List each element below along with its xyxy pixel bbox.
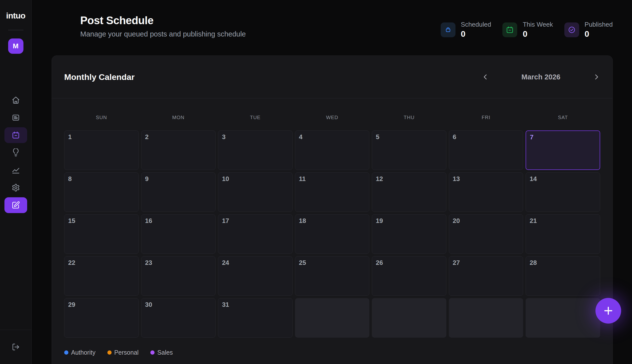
sidebar-item-ideas[interactable]	[5, 145, 27, 160]
calendar-day-cell[interactable]: 13	[449, 172, 523, 212]
sidebar-item-settings[interactable]	[5, 180, 27, 196]
day-number: 6	[453, 133, 456, 140]
stat-value: 0	[585, 29, 613, 39]
calendar-day-cell[interactable]: 11	[295, 172, 370, 212]
calendar-card-header: Monthly Calendar March 2026	[52, 56, 612, 98]
calendar-icon	[502, 22, 517, 37]
calendar-day-cell[interactable]: 19	[372, 214, 446, 254]
calendar-grid: 1234567891011121314151617181920212223242…	[64, 130, 600, 338]
calendar-day-cell[interactable]: 6	[449, 130, 523, 170]
day-number: 29	[68, 301, 75, 308]
weekday-header: SAT	[526, 114, 600, 121]
sidebar-nav	[0, 92, 31, 213]
calendar-day-cell[interactable]: 23	[141, 256, 216, 296]
calendar-day-cell[interactable]: 22	[64, 256, 139, 296]
compose-button[interactable]	[5, 197, 27, 213]
calendar-day-cell[interactable]: 29	[64, 298, 139, 338]
legend-label: Authority	[71, 349, 96, 356]
calendar-day-cell[interactable]: 4	[295, 130, 370, 170]
day-number: 19	[376, 217, 383, 224]
weekday-header: WED	[295, 114, 370, 121]
day-number: 5	[376, 133, 379, 140]
legend-item-sales: Sales	[150, 349, 173, 356]
calendar-day-cell[interactable]: 17	[218, 214, 292, 254]
calendar-day-cell[interactable]: 18	[295, 214, 370, 254]
add-post-fab[interactable]	[595, 298, 621, 324]
sidebar-item-home[interactable]	[5, 92, 27, 108]
calendar-filler-cell	[295, 298, 370, 338]
calendar-day-cell[interactable]: 20	[449, 214, 523, 254]
gear-icon	[12, 184, 20, 192]
weekday-header: FRI	[449, 114, 523, 121]
calendar-day-cell[interactable]: 27	[449, 256, 523, 296]
calendar-legend: Authority Personal Sales	[64, 349, 600, 356]
calendar-day-cell[interactable]: 15	[64, 214, 139, 254]
calendar-day-cell[interactable]: 5	[372, 130, 446, 170]
stats-row: Scheduled 0 This Week 0 Published	[441, 21, 613, 39]
legend-dot	[150, 350, 155, 355]
stat-scheduled: Scheduled 0	[441, 21, 491, 39]
day-number: 2	[145, 133, 149, 140]
legend-item-authority: Authority	[64, 349, 96, 356]
page-title: Post Schedule	[80, 14, 246, 27]
calendar-day-cell[interactable]: 10	[218, 172, 292, 212]
calendar-day-cell[interactable]: 25	[295, 256, 370, 296]
calendar-day-cell[interactable]: 30	[141, 298, 216, 338]
day-number: 12	[376, 175, 383, 182]
calendar-filler-cell	[372, 298, 446, 338]
archive-icon	[441, 22, 455, 37]
sidebar-item-calendar[interactable]	[5, 127, 27, 143]
avatar[interactable]: M	[8, 38, 24, 54]
day-number: 26	[376, 259, 383, 266]
calendar-day-cell[interactable]: 3	[218, 130, 292, 170]
calendar-day-cell[interactable]: 21	[526, 214, 600, 254]
logout-icon	[12, 343, 20, 351]
calendar-day-cell[interactable]: 31	[218, 298, 292, 338]
main-content: Post Schedule Manage your queued posts a…	[32, 0, 632, 364]
calendar-filler-cell	[449, 298, 523, 338]
calendar-day-cell[interactable]: 9	[141, 172, 216, 212]
stat-value: 0	[523, 29, 553, 39]
page-subtitle: Manage your queued posts and publishing …	[80, 30, 246, 38]
weekday-header: SUN	[64, 114, 139, 121]
calendar-day-cell[interactable]: 14	[526, 172, 600, 212]
calendar-title: Monthly Calendar	[64, 72, 135, 82]
check-circle-icon	[564, 22, 579, 37]
month-prev-button[interactable]	[482, 73, 489, 81]
weekday-header: MON	[141, 114, 216, 121]
analytics-icon	[12, 166, 20, 174]
calendar-day-cell[interactable]: 2	[141, 130, 216, 170]
day-number: 13	[453, 175, 460, 182]
calendar-day-cell[interactable]: 7	[526, 130, 600, 170]
legend-item-personal: Personal	[107, 349, 139, 356]
calendar-day-cell[interactable]: 16	[141, 214, 216, 254]
sidebar-item-posts[interactable]	[5, 110, 27, 126]
sidebar-divider	[8, 30, 24, 30]
day-number: 17	[222, 217, 229, 224]
calendar-day-cell[interactable]: 12	[372, 172, 446, 212]
chevron-left-icon	[482, 73, 489, 81]
sidebar-footer	[0, 330, 31, 364]
day-number: 20	[453, 217, 460, 224]
day-number: 30	[145, 301, 152, 308]
weekday-header: TUE	[218, 114, 292, 121]
weekday-header: THU	[372, 114, 446, 121]
sidebar-item-analytics[interactable]	[5, 162, 27, 178]
day-number: 31	[222, 301, 229, 308]
day-number: 3	[222, 133, 225, 140]
home-icon	[12, 96, 20, 104]
calendar-icon	[12, 131, 20, 139]
stat-label: Published	[585, 21, 613, 28]
month-next-button[interactable]	[593, 73, 600, 81]
calendar-day-cell[interactable]: 26	[372, 256, 446, 296]
calendar-day-cell[interactable]: 24	[218, 256, 292, 296]
day-number: 24	[222, 259, 229, 266]
calendar-day-cell[interactable]: 1	[64, 130, 139, 170]
posts-icon	[12, 114, 20, 122]
calendar-day-cell[interactable]: 28	[526, 256, 600, 296]
logout-button[interactable]	[12, 343, 20, 351]
calendar-day-cell[interactable]: 8	[64, 172, 139, 212]
day-number: 7	[530, 134, 533, 141]
day-number: 28	[530, 259, 537, 266]
stat-published: Published 0	[564, 21, 613, 39]
